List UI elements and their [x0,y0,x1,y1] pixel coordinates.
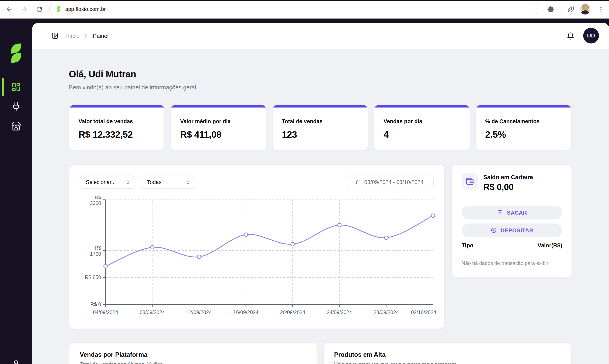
stat-card-valor-total: Valor total de vendas R$ 12.332,52 [69,105,165,151]
wallet-icon-tile [462,173,478,190]
wallet-icon [465,177,475,186]
page-subtitle: Bem vindo(a) ao seu painel de informaçõe… [69,84,196,91]
col-valor: Valor(R$) [538,242,562,248]
svg-text:R$3300: R$3300 [90,196,101,206]
wallet-title: Saldo em Carteira [483,174,533,180]
store-icon [11,121,21,131]
sidebar-item-dashboard[interactable] [11,82,21,92]
sidebar-item-account[interactable] [11,360,21,364]
deposit-button[interactable]: DEPOSITAR [462,223,562,237]
withdraw-button[interactable]: SACAR [462,206,562,220]
stat-label: Vendas por dia [384,118,422,124]
stat-label: % de Cancelamentos [485,118,540,124]
user-icon [11,360,21,364]
svg-text:R$1700: R$1700 [90,245,101,257]
sidebar-item-store[interactable] [11,121,21,131]
wallet-balance: R$ 0,00 [483,182,514,193]
stat-value: 4 [384,129,388,140]
stat-accent-bar [171,105,266,107]
stat-label: Valor médio por dia [180,118,231,124]
sidebar-item-integrations[interactable] [11,102,21,112]
svg-text:20/09/2024: 20/09/2024 [280,310,305,315]
svg-text:16/09/2024: 16/09/2024 [233,310,258,315]
circle-plus-icon [490,227,497,234]
svg-text:04/09/2024: 04/09/2024 [93,310,118,315]
stat-accent-bar [374,105,469,107]
card-title: Produtos em Alta [334,351,386,358]
date-range-picker[interactable]: 03/09/2024 - 03/10/2024 [345,176,434,188]
user-avatar[interactable]: UD [583,28,599,43]
stat-value: R$ 411,08 [180,129,221,140]
arrow-up-to-line-icon [497,209,503,216]
stat-card-vendas-dia: Vendas por dia 4 [374,105,470,151]
browser-toolbar: app.floxio.com.br [0,0,609,19]
svg-text:28/09/2024: 28/09/2024 [374,310,399,315]
stat-label: Total de vendas [282,118,323,124]
svg-text:R$ 850: R$ 850 [85,274,101,280]
dashboard-icon [11,82,21,92]
kebab-menu-icon[interactable] [596,5,605,14]
sales-chart-card: Selecionar... Todas 03/09/2024 - 03/10/2… [69,164,445,329]
col-tipo: Tipo [462,242,474,248]
card-subtitle: Veja seus produtos que seus clientes mai… [334,361,456,364]
stat-value: 2.5% [485,129,506,140]
panel-toggle-icon[interactable] [51,32,59,39]
product-select[interactable]: Selecionar... [80,176,135,189]
card-subtitle: Total de vendas nos últimos 30 dias [80,361,163,364]
sales-line-chart[interactable]: R$ 0R$ 850R$1700R$330004/09/202408/09/20… [77,196,436,321]
svg-text:12/09/2024: 12/09/2024 [186,310,212,315]
stat-label: Valor total de vendas [79,118,133,124]
plug-icon [11,102,21,112]
stat-accent-bar [273,105,368,107]
breadcrumb-painel: Painel [93,32,108,39]
deposit-label: DEPOSITAR [501,227,533,233]
svg-text:02/10/2024: 02/10/2024 [411,310,436,315]
date-range-value: 03/09/2024 - 03/10/2024 [364,179,424,185]
stat-card-valor-medio: Valor médio por dia R$ 411,08 [171,105,267,151]
svg-text:R$ 0: R$ 0 [91,301,101,307]
vendas-plataforma-card: Vendas por Plataforma Total de vendas no… [69,342,317,364]
browser-profile-avatar[interactable] [580,4,590,14]
app-window: Início Painel UD Olá, Udi Mutran Bem vin… [32,23,609,364]
stat-accent-bar [69,105,165,107]
svg-text:24/09/2024: 24/09/2024 [327,310,352,315]
stat-value: R$ 12.332,52 [79,129,133,140]
breadcrumb: Início Painel [51,32,108,39]
stat-card-total-vendas: Total de vendas 123 [272,105,368,151]
withdraw-label: SACAR [507,209,527,216]
reload-icon[interactable] [35,5,43,14]
page-title: Olá, Udi Mutran [69,69,136,80]
bell-icon [566,32,575,40]
stat-accent-bar [476,105,571,107]
toolbar-divider [561,5,561,13]
active-nav-indicator [2,78,4,96]
window-frame-edge [0,0,609,1]
breadcrumb-inicio[interactable]: Início [66,32,79,39]
calendar-icon [356,179,361,185]
svg-text:08/09/2024: 08/09/2024 [140,310,165,315]
stat-card-cancelamentos: % de Cancelamentos 2.5% [476,105,571,151]
wallet-card: Saldo em Carteira R$ 0,00 SACAR DEPOSITA… [451,164,572,278]
address-bar[interactable]: app.floxio.com.br [49,3,539,15]
floxio-logo [10,43,22,64]
main-content: Olá, Udi Mutran Bem vindo(a) ao seu pain… [32,49,609,364]
floxio-favicon [56,6,62,13]
notifications-button[interactable] [562,28,578,44]
energy-saver-leaf-icon[interactable] [566,5,575,14]
back-icon[interactable] [5,5,14,14]
sidebar [0,19,32,364]
status-select[interactable]: Todas [141,176,195,189]
stats-row: Valor total de vendas R$ 12.332,52 Valor… [69,105,571,151]
card-title: Vendas por Plataforma [80,351,147,358]
transactions-table-header: Tipo Valor(R$) [462,242,562,248]
chevrons-up-down-icon [125,179,131,185]
transactions-empty-message: Não há dados de transação para exibir [462,260,548,266]
extensions-puzzle-icon[interactable] [546,5,555,14]
screen: app.floxio.com.br [0,0,609,364]
forward-icon[interactable] [20,5,29,14]
stat-value: 123 [282,129,297,140]
url-text: app.floxio.com.br [65,6,106,12]
produtos-alta-card: Produtos em Alta Veja seus produtos que … [323,342,571,364]
chevron-right-icon [84,33,89,38]
status-select-value: Todas [147,179,161,185]
